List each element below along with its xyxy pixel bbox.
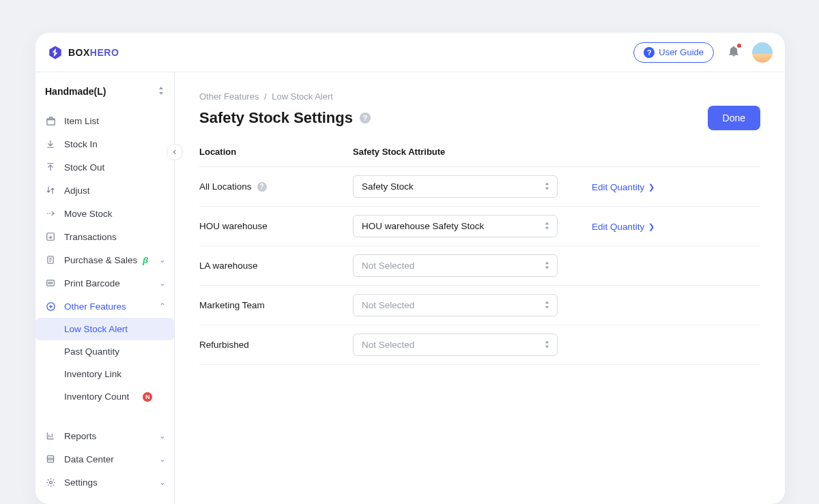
sort-icon <box>544 301 550 310</box>
location-label: LA warehouse <box>199 261 353 271</box>
table-row: All Locations?Safety StockEdit Quantity❯ <box>199 167 760 207</box>
table-row: RefurbishedNot Selected <box>199 325 760 365</box>
sub-item-inventory-count[interactable]: Inventory Count N <box>35 385 174 408</box>
sort-icon <box>158 87 164 97</box>
nav-item-adjust[interactable]: Adjust <box>35 179 174 202</box>
sub-label: Past Quantity <box>64 346 119 357</box>
logo-hex-icon <box>48 45 63 60</box>
help-icon[interactable]: ? <box>360 113 371 123</box>
nav-item-move-stock[interactable]: Move Stock <box>35 202 174 225</box>
location-label: Marketing Team <box>199 300 353 310</box>
safety-stock-select[interactable]: Not Selected <box>353 333 558 356</box>
body: Handmade(L) Item List Stock In <box>35 72 785 504</box>
nav-label: Settings <box>64 477 151 488</box>
team-selector[interactable]: Handmade(L) <box>35 79 174 109</box>
user-avatar[interactable] <box>752 42 773 63</box>
nav-item-settings[interactable]: Settings ⌄ <box>35 471 174 494</box>
help-icon[interactable]: ? <box>257 182 267 192</box>
database-icon <box>45 454 56 464</box>
gear-icon <box>45 477 56 488</box>
column-header-location: Location <box>199 147 353 157</box>
barcode-icon <box>45 278 56 288</box>
arrow-right-icon <box>45 208 56 219</box>
chevron-down-icon: ⌄ <box>159 278 166 288</box>
sort-icon <box>544 182 550 192</box>
svg-point-6 <box>49 481 52 484</box>
sort-icon <box>544 340 550 350</box>
nav-item-transactions[interactable]: Transactions <box>35 225 174 248</box>
sidebar-collapse-button[interactable] <box>167 144 183 160</box>
brand-logo[interactable]: BOXHERO <box>48 45 119 60</box>
edit-quantity-link[interactable]: Edit Quantity❯ <box>558 222 655 232</box>
safety-stock-select[interactable]: Not Selected <box>353 294 558 316</box>
header-bar: BOXHERO ? User Guide <box>35 33 785 72</box>
nav-label: Adjust <box>64 186 166 196</box>
nav-label: Stock Out <box>64 162 166 173</box>
table-row: LA warehouseNot Selected <box>199 246 760 286</box>
page-title: Safety Stock Settings ? <box>199 109 371 127</box>
table-row: HOU warehouseHOU warehouse Safety StockE… <box>199 207 760 246</box>
sub-label: Inventory Link <box>64 369 121 379</box>
sidebar: Handmade(L) Item List Stock In <box>35 72 175 504</box>
location-label: All Locations? <box>199 181 353 192</box>
chevron-down-icon: ⌄ <box>159 431 166 441</box>
adjust-icon <box>45 185 56 196</box>
edit-quantity-link[interactable]: Edit Quantity❯ <box>558 182 655 192</box>
svg-rect-5 <box>47 456 53 462</box>
nav-label: Move Stock <box>64 209 166 219</box>
nav-label: Other Features <box>64 301 151 312</box>
safety-stock-select[interactable]: Safety Stock <box>353 175 558 198</box>
nav-label: Reports <box>64 431 151 441</box>
breadcrumb: Other Features / Low Stock Alert <box>199 91 760 102</box>
chevron-down-icon: ⌄ <box>159 477 166 487</box>
nav-item-item-list[interactable]: Item List <box>35 109 174 132</box>
app-window: BOXHERO ? User Guide Handmade(L) <box>35 33 785 504</box>
nav-item-stock-in[interactable]: Stock In <box>35 132 174 155</box>
breadcrumb-parent[interactable]: Other Features <box>199 91 259 102</box>
sort-icon <box>544 222 550 231</box>
sub-item-low-stock-alert[interactable]: Low Stock Alert <box>35 318 174 340</box>
nav-label: Print Barcode <box>64 278 151 288</box>
breadcrumb-current: Low Stock Alert <box>272 91 333 102</box>
sub-item-past-quantity[interactable]: Past Quantity <box>35 340 174 363</box>
nav-item-data-center[interactable]: Data Center ⌄ <box>35 447 174 471</box>
nav-item-purchase-sales[interactable]: Purchase & Sales β ⌄ <box>35 248 174 271</box>
nav-label: Data Center <box>64 454 151 464</box>
done-button[interactable]: Done <box>708 106 760 130</box>
safety-stock-select[interactable]: HOU warehouse Safety Stock <box>353 215 558 237</box>
user-guide-button[interactable]: ? User Guide <box>633 42 714 63</box>
table-header: Location Safety Stock Attribute <box>199 147 760 167</box>
arrow-down-icon <box>45 138 56 149</box>
sub-item-inventory-link[interactable]: Inventory Link <box>35 363 174 385</box>
nav-item-stock-out[interactable]: Stock Out <box>35 155 174 179</box>
table-body: All Locations?Safety StockEdit Quantity❯… <box>199 167 760 365</box>
plus-circle-icon <box>45 301 56 312</box>
nav-label: Item List <box>64 116 166 126</box>
nav-item-other-features[interactable]: Other Features ⌃ <box>35 295 174 318</box>
notifications-button[interactable] <box>728 45 740 59</box>
nav-label: Stock In <box>64 139 166 149</box>
nav-label: Purchase & Sales β <box>64 255 151 265</box>
nav-item-reports[interactable]: Reports ⌄ <box>35 424 174 447</box>
chevron-down-icon: ⌄ <box>159 454 166 464</box>
brand-text: BOXHERO <box>68 47 119 58</box>
notification-badge <box>736 42 743 49</box>
page-header: Safety Stock Settings ? Done <box>199 106 760 130</box>
column-header-attribute: Safety Stock Attribute <box>353 147 558 157</box>
user-guide-label: User Guide <box>659 47 704 57</box>
team-name: Handmade(L) <box>45 86 106 97</box>
transactions-icon <box>45 231 56 242</box>
help-icon: ? <box>644 47 655 58</box>
nav-item-print-barcode[interactable]: Print Barcode ⌄ <box>35 271 174 295</box>
nav-label: Transactions <box>64 232 166 242</box>
chart-icon <box>45 430 56 441</box>
arrow-up-icon <box>45 162 56 173</box>
location-label: HOU warehouse <box>199 221 353 231</box>
sub-label: Inventory Count <box>64 391 129 402</box>
document-icon <box>45 254 56 265</box>
beta-badge: β <box>143 255 148 265</box>
location-label: Refurbished <box>199 340 353 350</box>
main-content: Other Features / Low Stock Alert Safety … <box>175 72 785 504</box>
safety-stock-select[interactable]: Not Selected <box>353 254 558 277</box>
new-badge: N <box>143 392 152 402</box>
